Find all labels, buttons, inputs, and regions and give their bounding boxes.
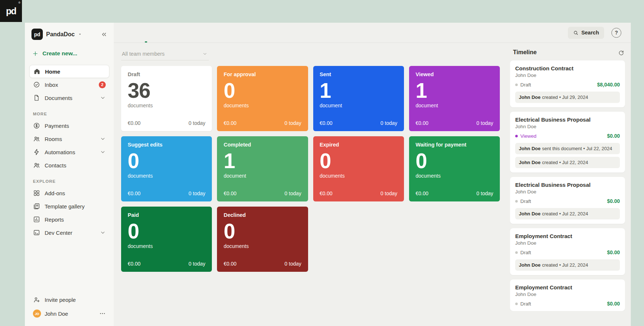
- content-row: All team members Draft 36 documents €0.0…: [114, 43, 631, 326]
- timeline-status-row: Draft $0.00: [515, 198, 620, 204]
- sidebar-item-template-gallery[interactable]: Template gallery: [29, 200, 109, 213]
- sidebar-item-reports[interactable]: Reports: [29, 213, 109, 226]
- create-new-button[interactable]: Create new...: [29, 50, 109, 57]
- stat-card-amount: €0.00: [416, 190, 428, 196]
- sidebar-item-inbox[interactable]: Inbox 2: [29, 78, 109, 91]
- stat-card-count: 0: [128, 221, 205, 242]
- event-actor: John Doe: [519, 95, 540, 100]
- dots-icon[interactable]: [99, 310, 106, 317]
- stat-card-expired[interactable]: Expired 0 documents €0.00 0 today: [313, 136, 404, 201]
- workspace-switcher[interactable]: pd PandaDoc: [29, 28, 109, 41]
- chevron-down-icon[interactable]: [100, 230, 106, 236]
- stat-card-footer: €0.00 0 today: [128, 261, 205, 267]
- event-text: created • Jul 29, 2024: [542, 95, 588, 100]
- search-button[interactable]: Search: [568, 27, 604, 39]
- timeline-card[interactable]: Electrical Business Proposal John Doe Dr…: [510, 177, 625, 224]
- addons-icon: [33, 189, 40, 197]
- stat-card-suggest-edits[interactable]: Suggest edits 0 documents €0.00 0 today: [121, 136, 212, 201]
- event-actor: John Doe: [519, 160, 540, 165]
- topbar-tabs: [123, 23, 146, 42]
- status-dot: [515, 84, 518, 86]
- sidebar-item-add-ons[interactable]: Add-ons: [29, 186, 109, 200]
- stat-card-completed[interactable]: Completed 1 document €0.00 0 today: [217, 136, 308, 201]
- stat-card-footer: €0.00 0 today: [128, 120, 205, 126]
- timeline-panel: Timeline Construction Contract John Doe …: [508, 43, 631, 326]
- sidebar-item-label: Contacts: [45, 162, 66, 168]
- user-menu[interactable]: JD John Doe: [29, 307, 109, 320]
- stat-card-amount: €0.00: [224, 261, 236, 267]
- sidebar-item-label: Add-ons: [45, 190, 65, 196]
- create-new-label: Create new...: [42, 50, 77, 57]
- sidebar-section-list: Payments Rooms Automations Contacts: [29, 119, 109, 172]
- timeline-doc-title: Electrical Business Proposal: [515, 182, 620, 188]
- pandadoc-logo-glyph: pd: [6, 6, 16, 16]
- sidebar-item-automations[interactable]: Automations: [29, 145, 109, 159]
- collapse-icon[interactable]: [101, 31, 107, 38]
- stat-card-unit: document: [320, 103, 397, 108]
- chevron-down-icon[interactable]: [100, 136, 106, 142]
- sidebar-item-dev-center[interactable]: Dev Center: [29, 226, 109, 239]
- event-text: sent this document • Jul 22, 2024: [542, 146, 612, 151]
- stat-card-paid[interactable]: Paid 0 documents €0.00 0 today: [121, 207, 212, 272]
- status-dot: [515, 200, 518, 203]
- team-members-dropdown[interactable]: All team members: [121, 49, 209, 60]
- timeline-card[interactable]: Employment Contract John Doe Draft $0.00: [510, 279, 625, 311]
- reports-icon: [33, 216, 40, 223]
- stat-card-viewed[interactable]: Viewed 1 document €0.00 0 today: [409, 66, 500, 131]
- stat-card-waiting-for-payment[interactable]: Waiting for payment 0 documents €0.00 0 …: [409, 136, 500, 201]
- stat-card-today: 0 today: [476, 190, 493, 196]
- invite-people-button[interactable]: Invite people: [29, 293, 109, 306]
- timeline-doc-owner: John Doe: [515, 73, 620, 78]
- sidebar-item-contacts[interactable]: Contacts: [29, 159, 109, 172]
- stat-card-unit: documents: [224, 103, 301, 108]
- status-label: Draft: [520, 250, 531, 255]
- refresh-icon[interactable]: [618, 49, 624, 56]
- stat-card-amount: €0.00: [128, 190, 141, 196]
- chevron-down-icon[interactable]: [100, 149, 106, 155]
- stat-card-footer: €0.00 0 today: [224, 190, 301, 196]
- stat-card-today: 0 today: [188, 120, 205, 126]
- timeline-card[interactable]: Construction Contract John Doe Draft $8,…: [510, 60, 625, 107]
- stat-card-count: 1: [416, 80, 493, 102]
- automations-icon: [33, 148, 40, 156]
- sidebar-item-payments[interactable]: Payments: [29, 119, 109, 132]
- sidebar-item-documents[interactable]: Documents: [29, 91, 109, 104]
- stat-card-footer: €0.00 0 today: [416, 120, 493, 126]
- caret-down-icon: [78, 32, 82, 36]
- document-amount: $0.00: [607, 198, 620, 204]
- stat-card-unit: documents: [320, 173, 397, 179]
- chevron-down-icon[interactable]: [100, 95, 106, 101]
- timeline-status-row: Draft $0.00: [515, 249, 620, 255]
- stats-grid: Draft 36 documents €0.00 0 today For app…: [121, 66, 500, 272]
- chevron-down-icon: [202, 51, 207, 56]
- stat-card-declined[interactable]: Declined 0 documents €0.00 0 today: [217, 207, 308, 272]
- timeline-card[interactable]: Electrical Business Proposal John Doe Vi…: [510, 112, 625, 173]
- sidebar-item-home[interactable]: Home: [29, 65, 109, 78]
- timeline-doc-title: Electrical Business Proposal: [515, 116, 620, 123]
- stat-card-sent[interactable]: Sent 1 document €0.00 0 today: [313, 66, 404, 131]
- stat-card-footer: €0.00 0 today: [320, 190, 397, 196]
- timeline-status-row: Viewed $0.00: [515, 133, 620, 139]
- document-amount: $0.00: [607, 301, 620, 307]
- help-icon[interactable]: ?: [611, 28, 621, 38]
- timeline-card[interactable]: Employment Contract John Doe Draft $0.00…: [510, 228, 625, 275]
- stat-card-today: 0 today: [188, 261, 205, 267]
- stat-card-today: 0 today: [285, 120, 302, 126]
- timeline-status-row: Draft $0.00: [515, 301, 620, 307]
- stat-card-draft[interactable]: Draft 36 documents €0.00 0 today: [121, 66, 212, 131]
- templates-icon: [33, 203, 40, 210]
- sidebar-item-label: Inbox: [45, 82, 58, 88]
- timeline-doc-owner: John Doe: [515, 189, 620, 195]
- stat-card-title: Waiting for payment: [416, 142, 493, 148]
- timeline-events: John Doe created • Jul 22, 2024: [515, 259, 620, 271]
- app-window: pd PandaDoc Create new... Home Inbox 2 D…: [25, 23, 631, 326]
- timeline-doc-owner: John Doe: [515, 124, 620, 129]
- stat-card-count: 1: [320, 80, 397, 102]
- sidebar-item-rooms[interactable]: Rooms: [29, 132, 109, 145]
- stat-card-footer: €0.00 0 today: [224, 261, 301, 267]
- stat-card-unit: document: [224, 173, 301, 179]
- stat-card-for-approval[interactable]: For approval 0 documents €0.00 0 today: [217, 66, 308, 131]
- stat-card-count: 1: [224, 150, 301, 172]
- sidebar-item-label: Automations: [45, 149, 75, 155]
- document-amount: $8,040.00: [597, 82, 620, 88]
